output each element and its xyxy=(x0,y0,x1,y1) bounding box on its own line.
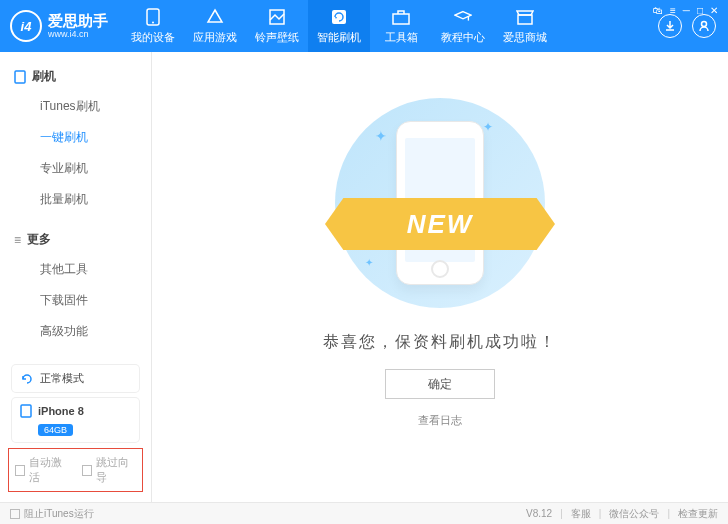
close-button[interactable]: ✕ xyxy=(710,5,718,16)
logo-badge: i4 xyxy=(10,10,42,42)
tab-apps[interactable]: 应用游戏 xyxy=(184,0,246,52)
minimize-button[interactable]: ─ xyxy=(683,5,690,16)
svg-rect-7 xyxy=(15,71,25,83)
sidebar-item-download-fw[interactable]: 下载固件 xyxy=(0,285,151,316)
svg-rect-3 xyxy=(332,10,346,24)
maximize-button[interactable]: □ xyxy=(697,5,703,16)
user-button[interactable] xyxy=(692,14,716,38)
service-link[interactable]: 客服 xyxy=(571,507,591,521)
success-message: 恭喜您，保资料刷机成功啦！ xyxy=(323,332,557,353)
app-header: 🛍 ≡ ─ □ ✕ i4 爱思助手 www.i4.cn 我的设备 应用游戏 铃声… xyxy=(0,0,728,52)
skip-wizard-checkbox[interactable]: 跳过向导 xyxy=(82,455,137,485)
sidebar-item-advanced[interactable]: 高级功能 xyxy=(0,316,151,347)
svg-rect-4 xyxy=(393,14,409,24)
window-controls: 🛍 ≡ ─ □ ✕ xyxy=(653,5,718,16)
device-chip[interactable]: iPhone 8 64GB xyxy=(12,398,139,442)
ok-button[interactable]: 确定 xyxy=(385,369,495,399)
svg-rect-8 xyxy=(21,405,31,417)
flash-icon xyxy=(330,8,348,26)
tutorial-icon xyxy=(454,8,472,26)
status-bar: 阻止iTunes运行 V8.12 | 客服 | 微信公众号 | 检查更新 xyxy=(0,502,728,524)
cart-icon[interactable]: 🛍 xyxy=(653,5,663,16)
new-ribbon: NEW xyxy=(325,198,555,250)
flash-phone-icon xyxy=(14,70,26,84)
block-itunes-checkbox[interactable]: 阻止iTunes运行 xyxy=(10,507,94,521)
version-label: V8.12 xyxy=(526,508,552,519)
list-icon[interactable]: ≡ xyxy=(670,5,676,16)
tab-tutorial[interactable]: 教程中心 xyxy=(432,0,494,52)
toolbox-icon xyxy=(392,8,410,26)
svg-point-1 xyxy=(152,21,154,23)
sidebar-item-oneclick-flash[interactable]: 一键刷机 xyxy=(0,122,151,153)
tab-shop[interactable]: 爱思商城 xyxy=(494,0,556,52)
refresh-icon xyxy=(20,372,34,386)
tab-media[interactable]: 铃声壁纸 xyxy=(246,0,308,52)
device-model: iPhone 8 xyxy=(38,405,84,417)
device-icon xyxy=(20,404,32,418)
wallpaper-icon xyxy=(268,8,286,26)
wechat-link[interactable]: 微信公众号 xyxy=(609,507,659,521)
auto-activate-checkbox[interactable]: 自动激活 xyxy=(15,455,70,485)
main-tabs: 我的设备 应用游戏 铃声壁纸 智能刷机 工具箱 教程中心 爱思商城 xyxy=(122,0,556,52)
tab-tools[interactable]: 工具箱 xyxy=(370,0,432,52)
sidebar-item-pro-flash[interactable]: 专业刷机 xyxy=(0,153,151,184)
content-area: ✦ ✦ ✦ NEW 恭喜您，保资料刷机成功啦！ 确定 查看日志 xyxy=(152,52,728,502)
svg-rect-5 xyxy=(518,15,532,24)
sidebar-item-other-tools[interactable]: 其他工具 xyxy=(0,254,151,285)
sidebar-item-itunes-flash[interactable]: iTunes刷机 xyxy=(0,91,151,122)
success-illustration: ✦ ✦ ✦ NEW xyxy=(335,98,545,308)
phone-icon xyxy=(144,8,162,26)
more-icon: ≡ xyxy=(14,233,21,247)
sidebar-section-more[interactable]: ≡ 更多 xyxy=(0,227,151,254)
logo[interactable]: i4 爱思助手 www.i4.cn xyxy=(0,10,122,42)
tab-flash[interactable]: 智能刷机 xyxy=(308,0,370,52)
tab-devices[interactable]: 我的设备 xyxy=(122,0,184,52)
download-button[interactable] xyxy=(658,14,682,38)
svg-point-6 xyxy=(702,22,707,27)
sidebar: 刷机 iTunes刷机 一键刷机 专业刷机 批量刷机 ≡ 更多 其他工具 下载固… xyxy=(0,52,152,502)
update-link[interactable]: 检查更新 xyxy=(678,507,718,521)
shop-icon xyxy=(516,8,534,26)
app-url: www.i4.cn xyxy=(48,30,108,39)
app-name: 爱思助手 xyxy=(48,13,108,28)
view-log-link[interactable]: 查看日志 xyxy=(418,413,462,428)
mode-chip[interactable]: 正常模式 xyxy=(12,365,139,392)
storage-badge: 64GB xyxy=(38,424,73,436)
flash-options-box: 自动激活 跳过向导 xyxy=(8,448,143,492)
apps-icon xyxy=(206,8,224,26)
sidebar-section-flash[interactable]: 刷机 xyxy=(0,64,151,91)
sidebar-item-batch-flash[interactable]: 批量刷机 xyxy=(0,184,151,215)
